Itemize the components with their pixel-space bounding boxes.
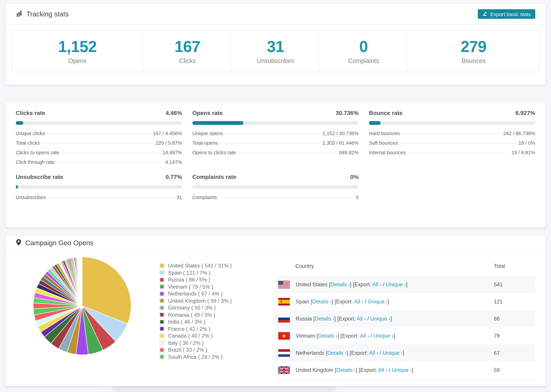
dotted-leader (57, 162, 163, 163)
table-row: United Kingdom [Details ›] [Export: All … (276, 362, 535, 379)
stat-cell: 0 Complaints (319, 30, 407, 72)
export-unique-link[interactable]: Unique › (368, 299, 388, 304)
stat-cell: 1,152 Opens (12, 30, 143, 72)
gb-flag-icon (278, 366, 290, 374)
legend-label: Germany ( 55 / 3% ) (168, 305, 216, 310)
legend-label: Spain ( 121 / 7% ) (168, 270, 211, 275)
country-text: United Kingdom [Details ›] [Export: All … (296, 367, 413, 373)
details-link[interactable]: Details › (336, 367, 356, 373)
country-text: Spain [Details ›] [Export: All › / Uniqu… (296, 299, 389, 305)
export-icon (482, 11, 487, 17)
export-prefix: Export: (342, 333, 359, 339)
export-prefix: Export: (339, 316, 356, 322)
export-unique-link[interactable]: Unique › (386, 281, 406, 287)
export-basic-stats-button[interactable]: Export basic stats (478, 9, 535, 19)
map-pin-icon (16, 238, 21, 247)
rate-row-value: 220 / 5.87% (155, 140, 182, 146)
rate-rows: Complaints 0 (192, 195, 359, 200)
rate-row: Opens to clicks rate 689.82% (192, 150, 359, 155)
rate-head: Complaints rate 0% (192, 174, 359, 181)
stat-cell: 279 Bounces (407, 30, 539, 72)
rate-row-label: Hard bounces (369, 131, 400, 136)
export-unique-link[interactable]: Unique › (383, 350, 403, 356)
unsubscribe-rate-section: Unsubscribe rate 0.77% Unsubscribes 31 (16, 174, 182, 200)
export-all-link[interactable]: All › (354, 299, 363, 304)
rate-value: 0.77% (166, 174, 182, 181)
rate-row: Unique opens 1,152 / 30.736% (192, 131, 359, 136)
export-prefix: Export: (360, 367, 377, 373)
stat-label: Complaints (348, 57, 379, 65)
legend-label: Canada ( 40 / 2% ) (168, 333, 212, 338)
rate-row-value: 31 (177, 195, 182, 200)
rate-row: Clicks to opens rate 14.497% (16, 150, 182, 155)
details-link[interactable]: Details › (318, 333, 338, 339)
geo-pie-chart (16, 256, 160, 381)
tracking-stats-card: Tracking stats Export basic stats 1,152 … (6, 4, 545, 85)
legend-label: Romania ( 49 / 3% ) (168, 312, 215, 317)
es-flag-icon (278, 298, 290, 305)
legend-item: Italy ( 36 / 2% ) (160, 340, 276, 345)
nl-flag-icon (278, 349, 290, 357)
rate-row-value: 242 / 86.738% (503, 131, 535, 136)
geo-title: Campaign Geo Opens (25, 239, 93, 247)
rate-row-value: 689.82% (339, 150, 359, 155)
export-all-link[interactable]: All › (360, 333, 369, 339)
table-row: Germany [Details ›] [Export: All › / Uni… (276, 379, 535, 381)
dotted-leader (225, 134, 320, 134)
rate-rows: Unique opens 1,152 / 30.736% Total opens… (192, 131, 359, 155)
legend-label: India ( 46 / 3% ) (168, 319, 205, 324)
details-link[interactable]: Details › (327, 350, 347, 356)
geo-title-wrap: Campaign Geo Opens (16, 238, 93, 247)
legend-item: France ( 42 / 2% ) (160, 326, 276, 331)
legend-item: India ( 46 / 3% ) (160, 319, 276, 324)
legend-label: United Kingdom ( 59 / 3% ) (168, 298, 232, 303)
legend-swatch (160, 284, 164, 289)
progress-bar-track (16, 121, 182, 125)
rate-row-label: Clicks to opens rate (16, 150, 59, 155)
export-unique-link[interactable]: Unique › (373, 333, 393, 339)
legend-swatch (160, 270, 164, 275)
rate-title: Unsubscribe rate (16, 174, 63, 181)
legend-swatch (160, 347, 164, 352)
legend-swatch (160, 326, 164, 331)
country-name: Vietnam (296, 333, 315, 339)
export-all-link[interactable]: All › (369, 350, 378, 356)
export-all-link[interactable]: All › (372, 281, 381, 287)
opens-rate-section: Opens rate 30.736% Unique opens 1,152 / … (192, 110, 359, 165)
tracking-stats-title: Tracking stats (16, 10, 69, 18)
rate-value: 0% (350, 174, 359, 181)
country-total: 59 (488, 362, 535, 379)
legend-swatch (160, 340, 164, 345)
dotted-leader (48, 198, 174, 198)
country-text: United States [Details ›] [Export: All ›… (296, 281, 407, 288)
clicks-rate-section: Clicks rate 4.46% Unique clicks 167 / 4.… (16, 110, 182, 165)
details-link[interactable]: Details › (312, 299, 332, 304)
legend-item: United Kingdom ( 59 / 3% ) (160, 298, 276, 303)
export-all-link[interactable]: All › (357, 316, 366, 322)
rate-head: Clicks rate 4.46% (16, 110, 182, 117)
stat-value: 0 (359, 37, 368, 56)
country-name: Russia (296, 316, 312, 322)
details-link[interactable]: Details › (315, 316, 334, 322)
stat-label: Clicks (179, 57, 196, 65)
legend-item: Germany ( 55 / 3% ) (160, 305, 276, 310)
rate-row-label: Opens to clicks rate (192, 150, 236, 155)
details-link[interactable]: Details › (330, 281, 350, 287)
country-total: 67 (488, 344, 535, 362)
rate-rows: Hard bounces 242 / 86.738% Soft bounces … (369, 131, 535, 155)
export-all-link[interactable]: All › (378, 367, 387, 373)
progress-bar-track (192, 185, 359, 189)
legend-item: Netherlands ( 67 / 4% ) (160, 291, 276, 296)
country-total: 79 (488, 327, 535, 344)
column-header-country: Country (276, 256, 488, 276)
legend-item: Spain ( 121 / 7% ) (160, 270, 276, 275)
rate-rows: Unsubscribes 31 (16, 195, 182, 200)
rate-title: Complaints rate (192, 174, 236, 181)
progress-bar-fill (369, 121, 380, 125)
legend-label: Italy ( 36 / 2% ) (168, 340, 204, 345)
export-unique-link[interactable]: Unique › (370, 316, 390, 322)
rate-row-value: 14.497% (162, 150, 182, 155)
export-unique-link[interactable]: Unique › (392, 367, 412, 373)
rate-value: 4.46% (166, 110, 182, 117)
legend-item: Canada ( 40 / 2% ) (160, 333, 276, 338)
